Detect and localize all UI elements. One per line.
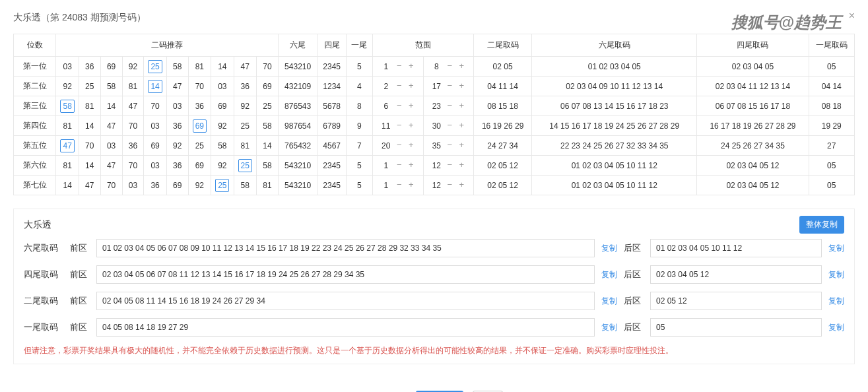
code-cell: 58 — [234, 176, 256, 195]
code-num: 81 — [261, 180, 274, 191]
one-pick-cell: 05 — [809, 57, 854, 77]
code-cell: 92 — [211, 156, 234, 176]
range-low-inc[interactable]: + — [407, 181, 416, 190]
code-num: 70 — [261, 61, 274, 73]
col-range: 范围 — [372, 34, 473, 57]
copy-back-link[interactable]: 复制 — [828, 269, 844, 280]
summary-label: 四尾取码 — [24, 269, 63, 280]
code-num: 03 — [149, 120, 162, 132]
code-num: 03 — [149, 160, 162, 172]
code-cell: 36 — [234, 77, 256, 96]
range-low-val: 1 — [380, 161, 392, 170]
range-high-dec[interactable]: − — [445, 141, 454, 150]
copy-back-link[interactable]: 复制 — [828, 296, 844, 307]
range-high-cell: 35−+ — [423, 136, 474, 156]
code-num: 58 — [105, 81, 118, 92]
summary-back-input[interactable] — [650, 265, 822, 284]
range-high-val: 23 — [430, 102, 442, 111]
range-low-dec[interactable]: − — [395, 181, 404, 190]
range-low-inc[interactable]: + — [407, 82, 416, 91]
range-high-inc[interactable]: + — [457, 102, 466, 111]
code-num: 36 — [126, 140, 139, 152]
code-num: 25 — [83, 81, 96, 92]
range-high-inc[interactable]: + — [457, 161, 466, 170]
range-low-inc[interactable]: + — [407, 161, 416, 170]
range-high-val: 12 — [430, 181, 442, 190]
range-high-dec[interactable]: − — [445, 121, 454, 131]
range-low-dec[interactable]: − — [395, 82, 404, 91]
range-low-inc[interactable]: + — [407, 102, 416, 111]
code-num: 47 — [60, 139, 74, 152]
range-high-inc[interactable]: + — [457, 82, 466, 91]
one-pick-cell: 04 14 — [809, 77, 854, 96]
summary-back-label: 后区 — [624, 242, 644, 254]
warning-text: 但请注意，彩票开奖结果具有极大的随机性，并不能完全依赖于历史数据进行预测。这只是… — [24, 344, 844, 357]
col-six-tail: 六尾 — [278, 34, 317, 57]
code-num: 92 — [171, 140, 184, 152]
summary-front-input[interactable] — [96, 239, 595, 257]
code-num: 36 — [171, 160, 184, 172]
row-pos: 第二位 — [14, 77, 56, 96]
summary-back-input[interactable] — [650, 318, 822, 337]
code-num: 03 — [126, 180, 139, 191]
copy-back-link[interactable]: 复制 — [828, 243, 844, 254]
range-high-dec[interactable]: − — [445, 102, 454, 111]
copy-front-link[interactable]: 复制 — [601, 269, 617, 280]
range-low-dec[interactable]: − — [395, 161, 404, 170]
range-low-inc[interactable]: + — [407, 62, 416, 71]
range-high-dec[interactable]: − — [445, 161, 454, 170]
code-num: 69 — [149, 140, 162, 152]
range-low-inc[interactable]: + — [407, 121, 416, 131]
range-high-dec[interactable]: − — [445, 181, 454, 190]
col-four-pick: 四尾取码 — [697, 34, 809, 57]
range-high-cell: 30−+ — [423, 116, 474, 136]
range-low-dec[interactable]: − — [395, 102, 404, 111]
code-num: 92 — [126, 61, 139, 73]
code-cell: 14 — [56, 176, 79, 195]
copy-back-link[interactable]: 复制 — [828, 322, 844, 333]
close-icon[interactable]: × — [849, 10, 855, 22]
code-num: 47 — [171, 81, 184, 92]
code-cell: 69 — [100, 57, 122, 77]
copy-all-button[interactable]: 整体复制 — [799, 216, 844, 234]
code-cell: 92 — [166, 136, 188, 156]
summary-front-input[interactable] — [96, 265, 595, 284]
range-high-dec[interactable]: − — [445, 62, 454, 71]
range-low-cell: 1−+ — [372, 176, 423, 195]
range-high-dec[interactable]: − — [445, 82, 454, 91]
copy-front-link[interactable]: 复制 — [601, 296, 617, 307]
row-pos: 第三位 — [14, 96, 56, 116]
row-pos: 第七位 — [14, 176, 56, 195]
range-high-cell: 8−+ — [423, 57, 474, 77]
summary-back-input[interactable] — [650, 292, 822, 310]
code-cell: 14 — [211, 57, 234, 77]
summary-front-input[interactable] — [96, 318, 595, 337]
code-cell: 47 — [234, 57, 256, 77]
range-low-dec[interactable]: − — [395, 121, 404, 131]
code-cell: 70 — [144, 96, 166, 116]
copy-front-link[interactable]: 复制 — [601, 322, 617, 333]
range-low-dec[interactable]: − — [395, 62, 404, 71]
code-cell: 58 — [56, 96, 79, 116]
one-tail-cell: 5 — [346, 57, 372, 77]
summary-back-input[interactable] — [650, 239, 822, 257]
code-cell: 47 — [100, 116, 122, 136]
four-pick-cell: 16 17 18 19 26 27 28 29 — [697, 116, 809, 136]
range-high-inc[interactable]: + — [457, 141, 466, 150]
summary-front-input[interactable] — [96, 292, 595, 310]
range-low-dec[interactable]: − — [395, 141, 404, 150]
range-low-val: 20 — [380, 141, 392, 150]
code-cell: 14 — [144, 77, 166, 96]
summary-back-label: 后区 — [624, 269, 644, 280]
code-num: 69 — [193, 119, 207, 133]
copy-front-link[interactable]: 复制 — [601, 243, 617, 254]
range-high-val: 30 — [430, 121, 442, 131]
code-cell: 47 — [166, 77, 188, 96]
one-tail-cell: 5 — [346, 176, 372, 195]
range-high-inc[interactable]: + — [457, 121, 466, 131]
range-high-inc[interactable]: + — [457, 62, 466, 71]
range-high-cell: 17−+ — [423, 77, 474, 96]
range-high-inc[interactable]: + — [457, 181, 466, 190]
range-low-inc[interactable]: + — [407, 141, 416, 150]
code-cell: 36 — [144, 176, 166, 195]
